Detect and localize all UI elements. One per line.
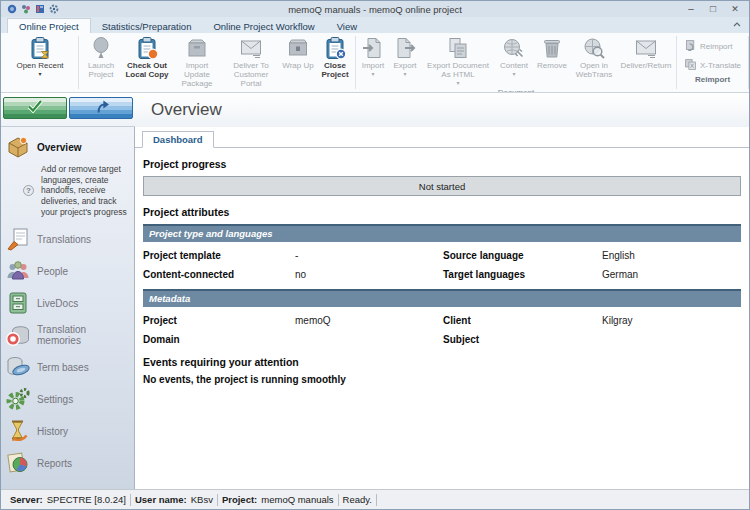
export-button[interactable]: Export bbox=[389, 35, 421, 79]
help-icon[interactable] bbox=[23, 185, 34, 196]
main-content: Dashboard Project progress Not started P… bbox=[135, 127, 749, 489]
ribbon-separator bbox=[676, 36, 677, 89]
section-header-project-type: Project type and languages bbox=[143, 224, 741, 242]
tab-view[interactable]: View bbox=[326, 19, 368, 33]
term-bases-icon bbox=[5, 354, 31, 380]
attr-label: Project bbox=[143, 315, 295, 326]
attr-value: English bbox=[602, 250, 741, 261]
ribbon: Open Recent Launch Project Check Out Loc… bbox=[1, 33, 749, 93]
ribbon-group-document: Import Export Export Document As HTML Co… bbox=[357, 33, 675, 92]
deliver-return-button[interactable]: Deliver/Return bbox=[617, 35, 675, 71]
attr-label: Source language bbox=[443, 250, 602, 261]
attr-value bbox=[602, 334, 741, 345]
ribbon-tab-row: Online Project Statistics/Preparation On… bbox=[1, 17, 749, 33]
attr-label: Client bbox=[443, 315, 602, 326]
lockbox-icon bbox=[286, 36, 310, 60]
minimize-button[interactable] bbox=[681, 2, 701, 16]
sidebar-item-reports[interactable]: Reports bbox=[1, 447, 134, 479]
server-admin-icon[interactable] bbox=[49, 4, 59, 14]
wrap-up-button[interactable]: Wrap Up bbox=[280, 35, 316, 71]
reports-pie-icon bbox=[5, 450, 31, 476]
status-user: User name: KBsv bbox=[131, 494, 217, 505]
document-export-icon bbox=[393, 36, 417, 60]
attr-value: no bbox=[295, 269, 443, 280]
sidebar-item-history[interactable]: History bbox=[1, 415, 134, 447]
x-translate-button[interactable]: X-Translate bbox=[680, 56, 745, 75]
overview-description: Add or remove target languages, create h… bbox=[1, 163, 134, 223]
project-progress-heading: Project progress bbox=[143, 158, 741, 170]
sidebar-item-translation-memories[interactable]: Translation memories bbox=[1, 319, 134, 351]
project-progress-bar: Not started bbox=[143, 176, 741, 196]
attr-value: - bbox=[295, 250, 443, 261]
memoq-logo-icon[interactable] bbox=[7, 4, 17, 14]
package-icon bbox=[185, 36, 209, 60]
open-recent-button[interactable]: Open Recent bbox=[3, 35, 77, 79]
attributes-grid: Project memoQ Client Kilgray Domain Subj… bbox=[143, 307, 741, 354]
overview-box-icon bbox=[5, 134, 31, 160]
document-import-icon bbox=[361, 36, 385, 60]
reimport-button[interactable]: Reimport bbox=[680, 37, 745, 56]
resources-icon[interactable] bbox=[35, 4, 45, 14]
tab-dashboard[interactable]: Dashboard bbox=[142, 131, 214, 148]
import-button[interactable]: Import bbox=[357, 35, 389, 79]
trash-icon bbox=[540, 36, 564, 60]
quick-access-toolbar bbox=[1, 4, 59, 14]
green-check-icon bbox=[26, 99, 44, 117]
confirm-button[interactable] bbox=[3, 97, 67, 119]
blue-curved-arrow-icon bbox=[92, 98, 110, 118]
section-header-metadata: Metadata bbox=[143, 289, 741, 307]
sidebar-item-livedocs[interactable]: LiveDocs bbox=[1, 287, 134, 319]
sidebar-item-overview[interactable]: Overview bbox=[1, 131, 134, 163]
title-bar: memoQ manuals - memoQ online project bbox=[1, 1, 749, 17]
sidebar-item-settings[interactable]: Settings bbox=[1, 383, 134, 415]
sidebar-item-translations[interactable]: Translations bbox=[1, 223, 134, 255]
tab-online-project[interactable]: Online Project bbox=[7, 18, 91, 33]
tab-online-project-workflow[interactable]: Online Project Workflow bbox=[202, 19, 325, 33]
options-icon[interactable] bbox=[21, 4, 31, 14]
clipboard-checkout-icon bbox=[135, 36, 159, 60]
check-out-local-copy-button[interactable]: Check Out Local Copy bbox=[122, 35, 172, 80]
reimport-page-icon bbox=[684, 39, 697, 54]
sidebar-item-term-bases[interactable]: Term bases bbox=[1, 351, 134, 383]
attr-label: Project template bbox=[143, 250, 295, 261]
open-in-webtrans-button[interactable]: Open in WebTrans bbox=[571, 35, 617, 80]
attr-label: Subject bbox=[443, 334, 602, 345]
events-heading: Events requiring your attention bbox=[143, 356, 741, 368]
ribbon-separator bbox=[355, 36, 356, 89]
balloon-icon bbox=[89, 36, 113, 60]
content-tab-strip: Dashboard bbox=[135, 127, 749, 148]
maximize-button[interactable] bbox=[703, 2, 723, 16]
page-title: Overview bbox=[135, 93, 222, 127]
history-hourglass-icon bbox=[5, 418, 31, 444]
content-button[interactable]: Content bbox=[495, 35, 533, 79]
translations-icon bbox=[5, 226, 31, 252]
settings-gear-icon bbox=[5, 386, 31, 412]
envelope-icon bbox=[634, 36, 658, 60]
launch-project-button[interactable]: Launch Project bbox=[80, 35, 122, 80]
globe-magnifier-icon bbox=[582, 36, 606, 60]
collapse-ribbon-icon[interactable] bbox=[733, 13, 741, 31]
attr-label: Target languages bbox=[443, 269, 602, 280]
attr-value: German bbox=[602, 269, 741, 280]
translation-memories-icon bbox=[5, 322, 31, 348]
remove-button[interactable]: Remove bbox=[533, 35, 571, 71]
ribbon-group-reimport: Reimport X-Translate Reimport bbox=[678, 33, 747, 92]
deliver-to-customer-portal-button[interactable]: Deliver To Customer Portal bbox=[222, 35, 280, 90]
export-document-as-html-button[interactable]: Export Document As HTML bbox=[421, 35, 495, 88]
app-window: memoQ manuals - memoQ online project Onl… bbox=[0, 0, 750, 510]
close-project-button[interactable]: Close Project bbox=[316, 35, 354, 80]
ribbon-group-open-recent: Open Recent bbox=[3, 33, 77, 92]
x-translate-icon bbox=[684, 58, 697, 73]
project-attributes-heading: Project attributes bbox=[143, 206, 741, 218]
ribbon-group-manage-project: Launch Project Check Out Local Copy Impo… bbox=[80, 33, 354, 92]
tab-statistics-preparation[interactable]: Statistics/Preparation bbox=[91, 19, 203, 33]
status-bar: Server: SPECTRE [8.0.24] User name: KBsv… bbox=[1, 489, 749, 509]
content-globe-icon bbox=[502, 36, 526, 60]
return-arrow-button[interactable] bbox=[69, 97, 133, 119]
sidebar: Overview Add or remove target languages,… bbox=[1, 127, 135, 489]
status-project: Project: memoQ manuals bbox=[218, 494, 338, 505]
html-document-icon bbox=[446, 36, 470, 60]
sidebar-item-people[interactable]: People bbox=[1, 255, 134, 287]
ribbon-separator bbox=[748, 36, 749, 89]
import-update-package-button[interactable]: Import Update Package bbox=[172, 35, 222, 90]
